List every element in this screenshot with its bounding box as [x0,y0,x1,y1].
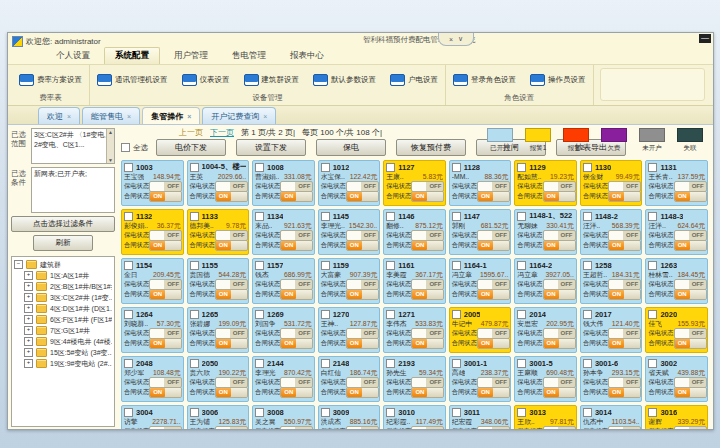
meter-card[interactable]: 3004访擎2278.71..保电状态OFF合闸状态ON [121,405,184,429]
card-checkbox[interactable] [452,261,461,270]
card-checkbox[interactable] [517,359,526,368]
meter-card[interactable]: 1008曹淑娟..331.08元保电状态OFF合闸状态ON [252,160,315,206]
chevron-down-icon[interactable]: ∨ [458,35,463,43]
switch-status-toggle[interactable]: ON [674,240,707,251]
switch-status-toggle[interactable]: ON [477,240,510,251]
meter-card[interactable]: 1128-MM..88.36元保电状态OFF合闸状态ON [449,160,512,206]
switch-status-toggle[interactable]: ON [543,289,576,300]
switch-status-toggle[interactable]: ON [149,387,182,398]
meter-card[interactable]: 3016谢辉339.29元保电状态OFF合闸状态ON [645,405,708,429]
supply-status-toggle[interactable]: OFF [149,426,182,430]
scroll-up-icon[interactable]: ▲ [108,129,113,135]
card-checkbox[interactable] [386,163,395,172]
tab-1[interactable]: 欢迎× [38,107,80,124]
prev-page-link[interactable]: 上一页 [179,127,203,138]
meter-card[interactable]: 2005牛记中479.87元保电状态OFF合闸状态ON [449,307,512,353]
meter-card[interactable]: 3011纪宏霞348.06元保电状态OFF合闸状态ON [449,405,512,429]
switch-status-toggle[interactable]: ON [215,387,248,398]
meter-card[interactable]: 1155贵国德544.28元保电状态OFF合闸状态ON [187,258,250,304]
menu-item-4[interactable]: 售电管理 [222,48,276,64]
switch-status-toggle[interactable]: ON [608,289,641,300]
meter-card[interactable]: 1129配如慧..19.23元保电状态OFF合闸状态ON [514,160,577,206]
card-checkbox[interactable] [190,310,199,319]
switch-status-toggle[interactable]: ON [411,338,444,349]
tab-close-icon[interactable]: × [187,113,191,120]
switch-status-toggle[interactable]: ON [543,191,576,202]
card-checkbox[interactable] [386,261,395,270]
supply-status-toggle[interactable]: OFF [149,230,182,241]
ribbon-button-默认参数设置[interactable]: 默认参数设置 [310,72,379,88]
supply-status-toggle[interactable]: OFF [674,181,707,192]
meter-card[interactable]: 1133德邦美..9.78元保电状态OFF合闸状态ON [187,209,250,255]
supply-status-toggle[interactable]: OFF [674,279,707,290]
supply-status-toggle[interactable]: OFF [411,181,444,192]
switch-status-toggle[interactable]: ON [215,191,248,202]
supply-status-toggle[interactable]: OFF [674,230,707,241]
supply-status-toggle[interactable]: OFF [674,328,707,339]
card-checkbox[interactable] [648,310,657,319]
switch-status-toggle[interactable]: ON [411,240,444,251]
meter-card[interactable]: 1132彭俊娟..36.37元保电状态OFF合闸状态ON [121,209,184,255]
card-checkbox[interactable] [321,163,330,172]
supply-status-toggle[interactable]: OFF [149,181,182,192]
supply-status-toggle[interactable]: OFF [215,279,248,290]
supply-status-toggle[interactable]: OFF [215,181,248,192]
tab-close-icon[interactable]: × [127,113,131,120]
tree-item-9[interactable]: +19区:9#变电站 (2#... [14,358,112,369]
meter-card[interactable]: 2050贵六欣190.22元保电状态OFF合闸状态ON [187,356,250,402]
meter-card[interactable]: 1154金日209.45元保电状态OFF合闸状态ON [121,258,184,304]
card-checkbox[interactable] [386,310,395,319]
switch-status-toggle[interactable]: ON [411,191,444,202]
meter-card[interactable]: 2020佳飞155.93元保电状态OFF合闸状态ON [645,307,708,353]
switch-status-toggle[interactable]: ON [280,338,313,349]
switch-status-toggle[interactable]: ON [346,240,379,251]
meter-card[interactable]: 1270王神..127.87元保电状态OFF合闸状态ON [318,307,381,353]
meter-card[interactable]: 1164-1冯立章1595.67..保电状态OFF合闸状态ON [449,258,512,304]
supply-status-toggle[interactable]: OFF [608,230,641,241]
card-checkbox[interactable] [255,261,264,270]
card-checkbox[interactable] [517,261,526,270]
ribbon-button-通讯管理机设置[interactable]: 通讯管理机设置 [94,72,171,88]
switch-status-toggle[interactable]: ON [674,387,707,398]
refresh-button[interactable]: 刷新 [33,235,93,251]
supply-status-toggle[interactable]: OFF [346,426,379,430]
card-checkbox[interactable] [321,212,330,221]
meter-card[interactable]: 3001-5王麻顺690.48元保电状态OFF合闸状态ON [514,356,577,402]
meter-card[interactable]: 2144李理光870.42元保电状态OFF合闸状态ON [252,356,315,402]
expand-icon[interactable]: + [24,359,33,368]
card-checkbox[interactable] [648,163,657,172]
supply-status-toggle[interactable]: OFF [215,426,248,430]
toolbar-button-恢复预付费[interactable]: 恢复预付费 [396,139,466,156]
card-checkbox[interactable] [124,261,133,270]
meter-card[interactable]: 3001-1高雄238.37元保电状态OFF合闸状态ON [449,356,512,402]
ribbon-button-户电设置[interactable]: 户电设置 [387,72,441,88]
supply-status-toggle[interactable]: OFF [477,181,510,192]
close-icon[interactable]: × [449,36,453,43]
card-checkbox[interactable] [190,261,199,270]
card-checkbox[interactable] [124,408,133,417]
meter-card[interactable]: 3002省天赋439.88元保电状态OFF合闸状态ON [645,356,708,402]
expand-icon[interactable]: + [24,304,33,313]
toolbar-button-设置下发[interactable]: 设置下发 [236,139,306,156]
tree-item-8[interactable]: +15区:5#变站 (3#变... [14,347,112,358]
menu-item-2[interactable]: 系统配置 [104,47,160,64]
meter-card[interactable]: 1127王康..5.83元保电状态OFF合闸状态ON [383,160,446,206]
meter-card[interactable]: 3014仇杰中1103.54..保电状态OFF合闸状态ON [580,405,643,429]
next-page-link[interactable]: 下一页 [210,127,234,138]
card-checkbox[interactable] [190,359,199,368]
ribbon-button-仪表设置[interactable]: 仪表设置 [179,72,233,88]
meter-card[interactable]: 1147郭刚681.52元保电状态OFF合闸状态ON [449,209,512,255]
switch-status-toggle[interactable]: ON [149,191,182,202]
meter-card[interactable]: 1148-3汪洋..624.64元保电状态OFF合闸状态ON [645,209,708,255]
menu-item-3[interactable]: 用户管理 [164,48,218,64]
meter-card[interactable]: 2148白红仙186.74元保电状态OFF合闸状态ON [318,356,381,402]
card-checkbox[interactable] [452,310,461,319]
supply-status-toggle[interactable]: OFF [543,328,576,339]
card-checkbox[interactable] [255,310,264,319]
selected-range-listbox[interactable]: 3区:C区2#井 〈1#变电、2#变电、C区1... ▲▼ [31,128,115,164]
switch-status-toggle[interactable]: ON [215,240,248,251]
switch-status-toggle[interactable]: ON [477,289,510,300]
meter-card[interactable]: 2048郑少军108.48元保电状态OFF合闸状态ON [121,356,184,402]
expand-icon[interactable]: + [24,271,33,280]
supply-status-toggle[interactable]: OFF [411,279,444,290]
